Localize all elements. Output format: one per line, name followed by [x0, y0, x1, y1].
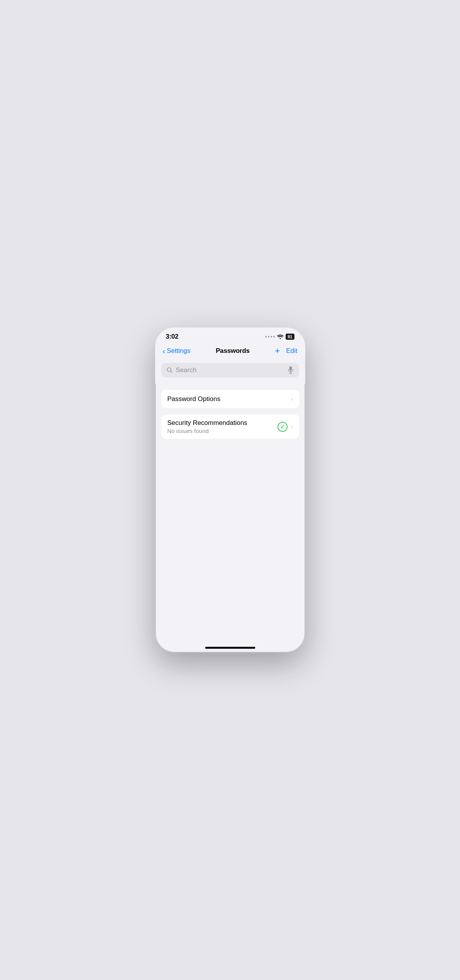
search-container: Search [155, 360, 305, 384]
back-button[interactable]: ‹ Settings [163, 347, 191, 355]
security-recommendations-title: Security Recommendations [167, 419, 273, 427]
signal-dot-2 [268, 336, 269, 337]
page-title: Passwords [216, 347, 249, 355]
password-options-label: Password Options [167, 395, 221, 403]
battery-level: 81 [288, 334, 292, 339]
search-placeholder: Search [176, 366, 284, 374]
signal-dot-4 [273, 336, 275, 337]
status-time: 3:02 [166, 333, 179, 341]
security-text-group: Security Recommendations No issues found [167, 419, 273, 434]
phone-frame: 3:02 81 ‹ Settings Passwords + [155, 327, 305, 653]
battery-icon: 81 [286, 334, 294, 340]
back-chevron-icon: ‹ [163, 347, 166, 355]
checkmark-icon: ✓ [280, 424, 285, 430]
search-icon [167, 367, 173, 373]
edit-button[interactable]: Edit [286, 347, 297, 355]
nav-actions: + Edit [275, 347, 297, 355]
content-area: Password Options › Security Recommendati… [155, 384, 305, 445]
microphone-icon[interactable] [288, 366, 294, 374]
security-recommendations-subtitle: No issues found [167, 428, 273, 434]
signal-dot-3 [271, 336, 272, 337]
security-recommendations-section: Security Recommendations No issues found… [161, 414, 299, 439]
signal-icon [265, 336, 275, 337]
signal-dot-1 [265, 336, 267, 337]
security-chevron-icon: › [291, 423, 293, 430]
password-options-chevron-icon: › [291, 396, 293, 403]
security-recommendations-item[interactable]: Security Recommendations No issues found… [161, 414, 299, 439]
password-options-section: Password Options › [161, 390, 299, 408]
security-right-group: ✓ › [278, 422, 293, 432]
add-button[interactable]: + [275, 347, 280, 355]
password-options-item[interactable]: Password Options › [161, 390, 299, 408]
check-circle-icon: ✓ [278, 422, 288, 432]
wifi-icon [277, 334, 283, 339]
navigation-bar: ‹ Settings Passwords + Edit [155, 344, 305, 360]
back-label: Settings [167, 347, 190, 355]
status-bar: 3:02 81 [155, 327, 305, 344]
svg-rect-1 [289, 366, 292, 371]
status-icons: 81 [265, 334, 294, 340]
home-indicator [205, 647, 255, 649]
search-bar[interactable]: Search [161, 363, 299, 378]
